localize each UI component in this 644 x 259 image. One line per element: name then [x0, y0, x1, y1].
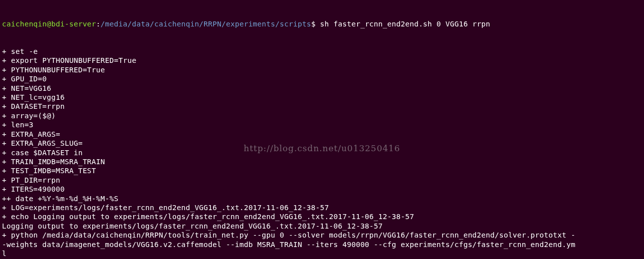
output-line: + EXTRA_ARGS_SLUG= — [2, 139, 642, 148]
output-line: Logging output to experiments/logs/faste… — [2, 222, 642, 231]
prompt-colon: : — [96, 20, 101, 28]
output-line: + PYTHONUNBUFFERED=True — [2, 65, 642, 74]
command-input[interactable]: sh faster_rcnn_end2end.sh 0 VGG16 rrpn — [316, 20, 490, 28]
terminal-window[interactable]: caichenqin@bdi-server:/media/data/caiche… — [0, 0, 644, 259]
output-line: + export PYTHONUNBUFFERED=True — [2, 56, 642, 65]
output-line: + python /media/data/caichenqin/RRPN/too… — [2, 231, 642, 240]
output-line: + set -e — [2, 47, 642, 56]
output-line: + PT_DIR=rrpn — [2, 176, 642, 185]
output-line: + echo Logging output to experiments/log… — [2, 212, 642, 221]
output-line: + len=3 — [2, 120, 642, 129]
prompt-line: caichenqin@bdi-server:/media/data/caiche… — [2, 19, 642, 28]
output-line: + ITERS=490000 — [2, 185, 642, 194]
output-line: l — [2, 249, 642, 258]
prompt-path: /media/data/caichenqin/RRPN/experiments/… — [101, 20, 311, 28]
output-line: + TRAIN_IMDB=MSRA_TRAIN — [2, 157, 642, 166]
output-line: + EXTRA_ARGS= — [2, 130, 642, 139]
output-line: -weights data/imagenet_models/VGG16.v2.c… — [2, 240, 642, 249]
output-line: + TEST_IMDB=MSRA_TEST — [2, 166, 642, 175]
output-line: + DATASET=rrpn — [2, 102, 642, 111]
prompt-symbol: $ — [311, 20, 316, 28]
output-line: ++ date +%Y-%m-%d_%H-%M-%S — [2, 194, 642, 203]
terminal-output: + set -e+ export PYTHONUNBUFFERED=True+ … — [2, 47, 642, 259]
prompt-user-host: caichenqin@bdi-server — [2, 20, 96, 28]
output-line: + GPU_ID=0 — [2, 74, 642, 83]
output-line: + NET_lc=vgg16 — [2, 93, 642, 102]
output-line: + LOG=experiments/logs/faster_rcnn_end2e… — [2, 203, 642, 212]
output-line: + case $DATASET in — [2, 148, 642, 157]
output-line: + NET=VGG16 — [2, 84, 642, 93]
output-line: + array=($@) — [2, 111, 642, 120]
